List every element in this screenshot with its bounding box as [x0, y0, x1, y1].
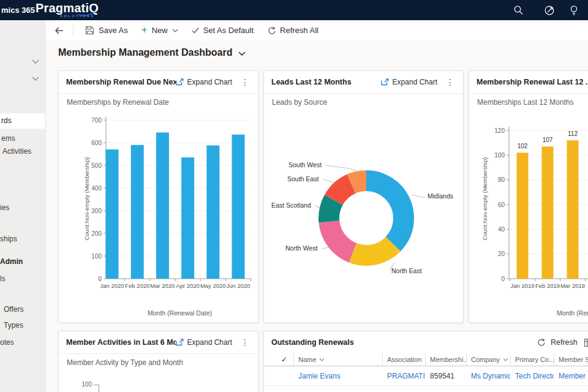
refresh-all-button[interactable]: Refresh All: [260, 20, 325, 40]
record-link-primary-contact[interactable]: Tech Director: [515, 372, 554, 380]
set-as-default-button[interactable]: Set As Default: [185, 20, 260, 40]
svg-text:40: 40: [498, 226, 505, 233]
x-axis-label: Month (Renewal Date): [102, 309, 258, 317]
save-as-button[interactable]: Save As: [78, 20, 135, 40]
refresh-button[interactable]: Refresh: [537, 331, 578, 353]
svg-text:80: 80: [498, 176, 505, 183]
svg-text:Mar 2020: Mar 2020: [150, 282, 175, 289]
expand-chart-icon: [381, 78, 389, 86]
y-axis-label: Count:Non-empty (Membership): [481, 147, 488, 251]
donut-label-south-west: South West: [288, 161, 322, 168]
logo-swoosh: [78, 11, 96, 17]
compass-icon[interactable]: [544, 5, 555, 16]
table-header-row: ✓ Name Association Membershi... Company …: [264, 353, 588, 366]
sidebar-item[interactable]: ls: [0, 274, 6, 283]
chart-subtitle: Memberships by Renewal Date: [67, 98, 169, 107]
donut-label-north-west: North West: [285, 244, 317, 252]
refresh-icon: [537, 338, 545, 347]
select-all-checkmark[interactable]: ✓: [275, 353, 293, 366]
donut-label-north-east: North East: [391, 267, 422, 274]
expand-chart-button[interactable]: Expand Chart: [381, 78, 437, 86]
chevron-down-icon[interactable]: [32, 59, 39, 64]
record-link-company[interactable]: Ms Dynamics: [471, 372, 510, 380]
sidebar-group-header-admin: Admin: [0, 257, 23, 266]
sidebar-item[interactable]: Offers: [4, 305, 23, 314]
cell-member-status[interactable]: Member: [559, 372, 586, 380]
sidebar-item[interactable]: ies: [0, 203, 9, 212]
more-options-icon[interactable]: ⋮: [239, 337, 251, 347]
card-outstanding-renewals: Outstanding Renewals Refresh ✓ Name Asso…: [263, 331, 588, 392]
search-icon[interactable]: [513, 5, 524, 16]
page-title: Membership Management Dashboard: [58, 47, 233, 58]
back-arrow-icon: [55, 26, 64, 35]
svg-text:600: 600: [91, 140, 102, 146]
column-header-association[interactable]: Association: [382, 353, 425, 366]
card-title: Membership Renewal Last 12 ...: [477, 78, 588, 86]
more-options-icon[interactable]: ⋮: [239, 77, 251, 87]
column-header-member-status[interactable]: Member St...: [554, 353, 588, 366]
svg-text:500: 500: [91, 162, 102, 169]
column-header-primary-contact[interactable]: Primary Co...: [510, 353, 554, 366]
donut-label-south-east: South East: [287, 175, 318, 183]
y-axis-label: Count:Non-empty (Membership): [83, 147, 90, 251]
svg-text:Jan 2019: Jan 2019: [510, 282, 534, 289]
top-nav-bar: mics 365 PragmatiQ SOLUTIONS: [0, 0, 588, 20]
sidebar-item[interactable]: ships: [0, 235, 17, 243]
svg-text:700: 700: [91, 117, 102, 124]
column-header-company[interactable]: Company: [466, 353, 510, 366]
svg-text:Jan 2020: Jan 2020: [100, 282, 124, 289]
card-membership-renewal-due: Membership Renewal Due Next ... Expand C…: [58, 70, 258, 323]
refresh-icon: [267, 26, 276, 35]
svg-text:0: 0: [98, 276, 102, 282]
column-header-name[interactable]: Name: [293, 353, 382, 366]
y-axis-line: [99, 385, 99, 392]
divider: [73, 25, 74, 36]
svg-text:Feb 2020: Feb 2020: [125, 282, 149, 289]
more-options-icon[interactable]: ⋮: [445, 77, 456, 87]
record-link-association[interactable]: PRAGMATIQ: [387, 372, 425, 380]
svg-text:112: 112: [568, 130, 578, 137]
lightbulb-icon[interactable]: [570, 5, 581, 16]
expand-chart-button[interactable]: Expand Chart: [176, 78, 232, 86]
sidebar-item[interactable]: Types: [4, 321, 23, 330]
grid-view-icon[interactable]: [584, 338, 588, 350]
svg-text:Apr 2020: Apr 2020: [176, 282, 200, 289]
expand-chart-button[interactable]: Expand Chart: [176, 338, 232, 347]
back-button[interactable]: [51, 24, 68, 37]
svg-text:Jun 2020: Jun 2020: [226, 282, 250, 289]
sidebar-item[interactable]: Activities: [2, 147, 31, 156]
sidebar-item-dashboards-selected[interactable]: rds: [0, 113, 45, 129]
svg-text:400: 400: [91, 185, 102, 192]
x-axis-label: Month (Renewal Date): [557, 309, 588, 317]
svg-text:May 2020: May 2020: [200, 282, 226, 289]
site-map-sidebar: rds ems Activities ies ships Admin ls Of…: [0, 20, 46, 392]
command-bar: Save As + New Set As Default Refresh All: [46, 20, 588, 41]
sidebar-item[interactable]: ems: [1, 134, 15, 143]
save-icon: [85, 26, 94, 35]
dashboard-selector[interactable]: Membership Management Dashboard: [58, 47, 246, 58]
card-title: Member Activities in Last 6 Mon...: [66, 338, 176, 347]
table-row[interactable]: Jamie Evans PRAGMATIQ 859541 Ms Dynamics…: [264, 366, 588, 386]
sidebar-item[interactable]: otes: [0, 338, 14, 347]
column-header-membership[interactable]: Membershi...: [425, 353, 466, 366]
chart-subtitle: Leads by Source: [272, 98, 327, 107]
donut-label-east-scotland: East Scotland: [271, 202, 311, 209]
donut-label-midlands: Midlands: [428, 192, 453, 200]
new-button[interactable]: + New: [135, 20, 185, 40]
y-axis-tick-100: 100: [77, 381, 92, 388]
svg-text:Mar 2019: Mar 2019: [560, 282, 585, 289]
record-link-name[interactable]: Jamie Evans: [298, 372, 341, 380]
chevron-down-icon: [238, 51, 246, 56]
check-icon: [192, 27, 199, 34]
svg-text:0: 0: [501, 276, 505, 282]
dashboard-content: Membership Management Dashboard Membersh…: [46, 40, 588, 392]
chart-subtitle: Memberships Last 12 Months: [477, 98, 573, 107]
chevron-down-icon: [172, 29, 178, 32]
expand-chart-icon: [176, 78, 184, 86]
card-title: Membership Renewal Due Next ...: [66, 78, 176, 86]
chevron-down-icon[interactable]: [32, 77, 39, 81]
card-leads-last-12-months: Leads Last 12 Months Expand Chart ⋮ Lead…: [263, 70, 464, 323]
leads-by-source-donut-chart: [264, 114, 463, 316]
axis-tick-mark: [94, 385, 99, 385]
card-title: Leads Last 12 Months: [271, 78, 381, 86]
